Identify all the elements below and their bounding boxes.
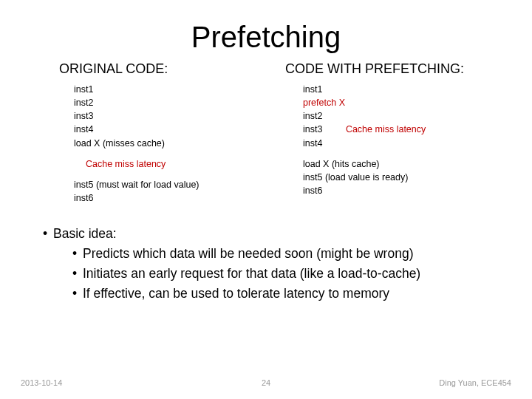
bullet-dot: •	[37, 224, 53, 244]
prefetch-header: CODE WITH PREFETCHING:	[285, 61, 488, 77]
original-code-column: ORIGINAL CODE: inst1 inst2 inst3 inst4 l…	[59, 61, 259, 205]
latency-label-inline: Cache miss latency	[346, 123, 426, 136]
code-line: inst1	[74, 83, 259, 96]
original-header: ORIGINAL CODE:	[59, 61, 259, 77]
prefetch-line: prefetch X	[303, 96, 488, 109]
code-line: load X (misses cache)	[74, 137, 259, 150]
code-line: inst5 (must wait for load value)	[74, 178, 259, 191]
code-line: inst4	[303, 137, 488, 150]
bullet-text: Initiates an early request for that data…	[83, 264, 420, 284]
footer-page-number: 24	[262, 378, 270, 387]
original-code-block: inst1 inst2 inst3 inst4 load X (misses c…	[59, 83, 259, 205]
prefetch-code-block: inst1 prefetch X inst2 inst3 Cache miss …	[288, 83, 488, 197]
latency-label: Cache miss latency	[74, 157, 259, 171]
footer-date: 2013-10-14	[21, 378, 62, 387]
code-columns: ORIGINAL CODE: inst1 inst2 inst3 inst4 l…	[0, 61, 532, 205]
footer-author: Ding Yuan, ECE454	[439, 378, 511, 387]
bullet-level1: • Basic idea:	[37, 224, 495, 244]
code-line: inst6	[74, 191, 259, 205]
code-line: inst3	[74, 109, 259, 123]
code-line: inst5 (load value is ready)	[303, 171, 488, 184]
bullet-text: Predicts which data will be needed soon …	[83, 244, 413, 264]
slide-footer: 2013-10-14 24 Ding Yuan, ECE454	[0, 378, 532, 387]
bullet-text: Basic idea:	[53, 224, 117, 244]
code-line: load X (hits cache)	[303, 157, 488, 171]
slide-title: Prefetching	[0, 21, 532, 54]
bullet-level2: • Predicts which data will be needed soo…	[37, 244, 495, 264]
bullet-dot: •	[66, 264, 83, 284]
bullet-list: • Basic idea: • Predicts which data will…	[0, 224, 532, 304]
code-line: inst2	[74, 96, 259, 109]
code-text: inst3	[303, 124, 322, 134]
bullet-dot: •	[66, 244, 83, 264]
code-line: inst6	[303, 184, 488, 197]
bullet-level2: • Initiates an early request for that da…	[37, 264, 495, 284]
code-line: inst1	[303, 83, 488, 96]
code-line: inst4	[74, 123, 259, 136]
prefetch-code-column: CODE WITH PREFETCHING: inst1 prefetch X …	[288, 61, 488, 205]
code-line: inst3 Cache miss latency	[303, 123, 488, 136]
bullet-dot: •	[66, 284, 83, 304]
code-line: inst2	[303, 109, 488, 123]
bullet-level2: • If effective, can be used to tolerate …	[37, 284, 495, 304]
bullet-text: If effective, can be used to tolerate la…	[83, 284, 389, 304]
